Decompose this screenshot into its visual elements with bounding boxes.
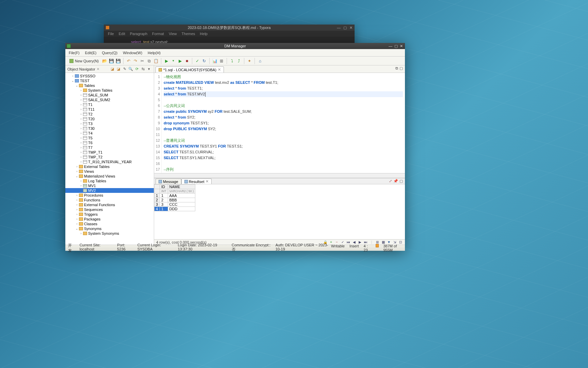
table-row[interactable]: 22BBB (154, 198, 195, 202)
tree-node-t2[interactable]: ›T2 (65, 112, 154, 117)
code-line-6[interactable]: --公共同义词 (164, 103, 403, 109)
menu-view[interactable]: View (169, 32, 177, 36)
code-line-4[interactable]: select * from TEST.MV2 (164, 91, 403, 97)
save-all-icon[interactable]: 💾 (115, 58, 121, 64)
paste-icon[interactable]: 📋 (153, 58, 159, 64)
tree-node-log-tables[interactable]: ›Log Tables (65, 179, 154, 183)
maximize-results-icon[interactable]: ▢ (399, 179, 403, 183)
code-line-11[interactable] (164, 132, 403, 138)
close-tab-icon[interactable]: ✕ (218, 67, 221, 72)
tree-node-t-r10-interval-year[interactable]: ›T_R10_INTERVAL_YEAR (65, 159, 154, 164)
code-line-16[interactable] (164, 161, 403, 167)
close-panel-icon[interactable]: ✕ (97, 67, 99, 71)
code-line-7[interactable]: create public SYNONYM sy2 FOR test.SALE_… (164, 109, 403, 114)
dm-titlebar[interactable]: DM Manager — ▢ ✕ (65, 43, 405, 49)
redo-icon[interactable]: ↷ (132, 58, 138, 64)
table-row[interactable]: 33CCC (154, 202, 195, 207)
code-line-1[interactable]: --物化视图 (164, 74, 403, 80)
nav-edit-icon[interactable]: ✎ (122, 66, 127, 72)
tree-node-test[interactable]: ⌄TEST (65, 78, 154, 83)
execute-icon[interactable]: ▶ (163, 58, 169, 64)
code-line-8[interactable]: select * from SY2; (164, 114, 403, 120)
tree-node-tables[interactable]: ⌄Tables (65, 83, 154, 88)
tree-node-system-synonyms[interactable]: ›System Synonyms (65, 231, 154, 236)
new-query-button[interactable]: New Query(N) (67, 58, 101, 64)
code-line-10[interactable]: drop PUBLIC SYNONYM SY2; (164, 126, 403, 132)
stop-icon[interactable]: ■ (184, 58, 190, 64)
tab-message[interactable]: Message (156, 179, 181, 184)
tree-node-classes[interactable]: ›Classes (65, 221, 154, 226)
code-line-15[interactable]: SELECT TEST.SY1.NEXTVAL; (164, 155, 403, 161)
tool-icon[interactable]: ✦ (246, 58, 252, 64)
maximize-icon[interactable]: ▢ (394, 44, 398, 48)
code-line-3[interactable]: select * from TEST.T1; (164, 86, 403, 91)
nav-refresh-icon[interactable]: ⟳ (134, 66, 140, 72)
tree-node-synonyms[interactable]: ⌄Synonyms (65, 226, 154, 231)
tree-node-tmp-t1[interactable]: ›TMP_T1 (65, 150, 154, 155)
minimize-icon[interactable]: — (337, 26, 341, 30)
maximize-editor-icon[interactable]: ▢ (399, 66, 403, 71)
menu-edit[interactable]: Edit(E) (85, 51, 97, 55)
home-icon[interactable]: ⌂ (257, 58, 263, 64)
maximize-icon[interactable]: ▢ (343, 26, 347, 30)
table-row[interactable]: 41DDD (154, 207, 195, 211)
tree-node-t11[interactable]: ›T11 (65, 107, 154, 112)
tree-node-views[interactable]: ›Views (65, 169, 154, 174)
memory-icon[interactable] (376, 244, 378, 247)
code-line-2[interactable]: create MATERIALIZED VIEW test.mv2 as SEL… (164, 80, 403, 86)
restore-icon[interactable]: ⧉ (395, 66, 398, 71)
menu-themes[interactable]: Themes (182, 32, 195, 36)
tree-node-t6[interactable]: ›T6 (65, 140, 154, 145)
menu-help[interactable]: Help(H) (148, 51, 161, 55)
save-icon[interactable]: 💾 (108, 58, 114, 64)
code-line-17[interactable]: --序列 (164, 167, 403, 172)
result-tool-icon[interactable]: ⤢ (389, 179, 392, 183)
tree-node-t3[interactable]: ›T3 (65, 121, 154, 126)
tree-node-t20[interactable]: ›T20 (65, 117, 154, 121)
minimize-icon[interactable]: — (389, 44, 392, 48)
undo-icon[interactable]: ↶ (126, 58, 132, 64)
nav-menu-icon[interactable]: ▾ (146, 66, 152, 72)
tree-node-mv1[interactable]: ›MV1 (65, 183, 154, 188)
menu-help[interactable]: Help (200, 32, 208, 36)
tab-resultset[interactable]: Resultset✕ (181, 179, 212, 184)
tree-node-sequences[interactable]: ›Sequences (65, 207, 154, 212)
code-content[interactable]: --物化视图create MATERIALIZED VIEW test.mv2 … (162, 73, 405, 173)
step-in-icon[interactable]: ⤵ (229, 58, 235, 64)
debug-icon[interactable]: ▶ (177, 58, 183, 64)
step-out-icon[interactable]: ⤴ (236, 58, 242, 64)
tree-node-external-tables[interactable]: ›External Tables (65, 164, 154, 169)
tree-node-t7[interactable]: ›T7 (65, 145, 154, 150)
plan-icon[interactable]: 📊 (212, 58, 218, 64)
tree-node-procedures[interactable]: ›Procedures (65, 193, 154, 198)
code-line-13[interactable]: CREATE SYNONYM TEST.SY1 FOR TEST.S1; (164, 143, 403, 149)
commit-icon[interactable]: ✓ (194, 58, 200, 64)
menu-paragraph[interactable]: Paragraph (130, 32, 147, 36)
menu-file[interactable]: File (108, 32, 114, 36)
tree-node-syssso[interactable]: ›SYSSSO (65, 74, 154, 78)
nav-tool-1-icon[interactable]: ◪ (110, 66, 115, 72)
code-line-12[interactable]: --普通同义词 (164, 138, 403, 143)
tree-node-mv2[interactable]: ›MV2 (65, 188, 154, 193)
tree-node-t30[interactable]: ›T30 (65, 126, 154, 131)
typora-titlebar[interactable]: 2023-02-18-DM8达梦数据库SQL教程.md - Typora — ▢… (104, 25, 355, 31)
editor-tab-active[interactable]: *1.sql - LOCALHOST(SYSDBA) ✕ (156, 66, 224, 73)
tree-node-t5[interactable]: ›T5 (65, 136, 154, 140)
tree-node-sale-sum[interactable]: ›SALE_SUM (65, 93, 154, 97)
sql-editor[interactable]: 1234567891011121314151617 --物化视图create M… (154, 73, 405, 173)
menu-file[interactable]: File(F) (69, 51, 80, 55)
menu-window[interactable]: Window(W) (123, 51, 142, 55)
navigator-tree[interactable]: ›SYSSSO⌄TEST⌄Tables›System Tables›SALE_S… (65, 73, 154, 245)
horizontal-scrollbar[interactable] (154, 173, 405, 178)
nav-tool-2-icon[interactable]: ◪ (116, 66, 121, 72)
menu-query[interactable]: Query(Q) (102, 51, 117, 55)
tree-node-materialized-views[interactable]: ⌄Materialized Views (65, 174, 154, 179)
nav-search-icon[interactable]: 🔍 (128, 66, 133, 72)
menu-format[interactable]: Format (152, 32, 164, 36)
tree-node-sale-sum2[interactable]: ›SALE_SUM2 (65, 97, 154, 102)
close-tab-icon[interactable]: ✕ (206, 179, 209, 184)
cut-icon[interactable]: ✂ (139, 58, 145, 64)
tree-node-t1[interactable]: ›T1 (65, 102, 154, 107)
close-icon[interactable]: ✕ (400, 44, 403, 48)
tree-node-system-tables[interactable]: ›System Tables (65, 88, 154, 93)
